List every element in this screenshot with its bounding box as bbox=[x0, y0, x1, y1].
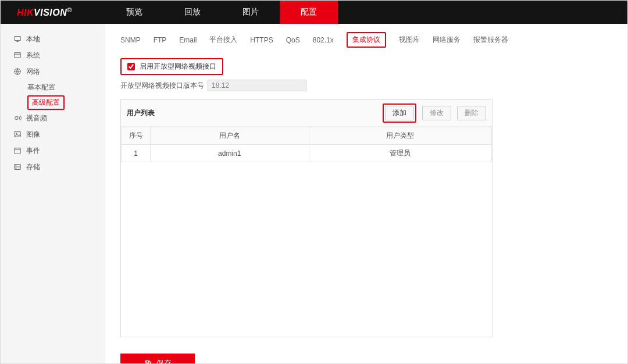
subtab-alarmserver[interactable]: 报警服务器 bbox=[473, 35, 508, 45]
userlist-empty-area bbox=[121, 162, 492, 337]
userlist-panel: 用户列表 添加 修改 删除 序号 用户名 用户类型 1adm bbox=[120, 99, 493, 337]
sidebar-item-storage[interactable]: 存储 bbox=[1, 159, 105, 175]
svg-rect-1 bbox=[15, 53, 21, 58]
system-icon bbox=[13, 51, 22, 59]
svg-point-8 bbox=[16, 165, 16, 166]
sidebar-item-label: 网络 bbox=[26, 67, 40, 77]
table-row[interactable]: 1admin1管理员 bbox=[122, 145, 492, 162]
subtab-platform[interactable]: 平台接入 bbox=[209, 35, 237, 45]
subtab-netservice[interactable]: 网络服务 bbox=[433, 35, 461, 45]
col-username: 用户名 bbox=[151, 127, 309, 145]
save-button[interactable]: 保存 bbox=[120, 354, 195, 363]
storage-icon bbox=[13, 163, 22, 171]
save-button-label: 保存 bbox=[156, 358, 172, 363]
cell-usertype: 管理员 bbox=[309, 145, 491, 162]
userlist-title: 用户列表 bbox=[127, 108, 155, 118]
sidebar-item-network[interactable]: 网络 bbox=[1, 63, 105, 80]
sidebar-sub-advanced-label: 高级配置 bbox=[27, 95, 65, 110]
delete-button[interactable]: 删除 bbox=[457, 106, 486, 120]
subtab-dot1x[interactable]: 802.1x bbox=[313, 36, 334, 44]
enable-onvif-label: 启用开放型网络视频接口 bbox=[140, 62, 216, 72]
cell-index: 1 bbox=[122, 145, 151, 162]
sidebar-item-image[interactable]: 图像 bbox=[1, 126, 105, 142]
sidebar: 本地 系统 网络 基本配置 高级配置 视音频 图 bbox=[1, 24, 105, 363]
userlist-table: 序号 用户名 用户类型 1admin1管理员 bbox=[121, 127, 492, 162]
subtab-integration[interactable]: 集成协议 bbox=[347, 32, 386, 48]
userlist-actions: 添加 修改 删除 bbox=[383, 104, 486, 123]
monitor-icon bbox=[13, 35, 22, 43]
onvif-version-row: 开放型网络视频接口版本号 bbox=[120, 80, 604, 91]
sidebar-item-label: 本地 bbox=[26, 34, 40, 44]
video-audio-icon bbox=[13, 114, 22, 122]
brand-registered: ® bbox=[67, 6, 72, 13]
save-bar: 保存 bbox=[120, 354, 604, 363]
svg-point-9 bbox=[16, 168, 16, 169]
onvif-version-label: 开放型网络视频接口版本号 bbox=[120, 81, 204, 91]
onvif-version-field bbox=[208, 80, 306, 91]
sidebar-item-video-audio[interactable]: 视音频 bbox=[1, 110, 105, 126]
brand-logo: HIKVISION® bbox=[1, 6, 105, 18]
add-button[interactable]: 添加 bbox=[385, 106, 414, 120]
brand-part2: VISION bbox=[34, 8, 67, 17]
add-button-highlight: 添加 bbox=[383, 104, 416, 123]
sidebar-item-system[interactable]: 系统 bbox=[1, 47, 105, 63]
cell-username: admin1 bbox=[151, 145, 309, 162]
topnav-config[interactable]: 配置 bbox=[280, 1, 338, 24]
svg-rect-0 bbox=[15, 37, 21, 41]
calendar-icon bbox=[13, 147, 22, 155]
sidebar-sub-advanced-config[interactable]: 高级配置 bbox=[1, 95, 105, 110]
subtab-qos[interactable]: QoS bbox=[286, 36, 300, 44]
brand-part1: HIK bbox=[17, 8, 34, 17]
sidebar-item-label: 系统 bbox=[26, 51, 40, 60]
subtab-ftp[interactable]: FTP bbox=[154, 36, 167, 44]
col-usertype: 用户类型 bbox=[309, 127, 491, 145]
svg-rect-6 bbox=[15, 148, 21, 154]
sidebar-item-label: 存储 bbox=[26, 162, 40, 172]
subtab-https[interactable]: HTTPS bbox=[250, 36, 273, 44]
subtab-snmp[interactable]: SNMP bbox=[120, 36, 141, 44]
sidebar-item-local[interactable]: 本地 bbox=[1, 31, 105, 47]
sidebar-sub-basic-config[interactable]: 基本配置 bbox=[1, 80, 105, 95]
topnav-picture[interactable]: 图片 bbox=[222, 1, 280, 24]
edit-button[interactable]: 修改 bbox=[422, 106, 451, 120]
content-area: SNMP FTP Email 平台接入 HTTPS QoS 802.1x 集成协… bbox=[105, 24, 627, 363]
save-icon bbox=[144, 359, 152, 363]
image-icon bbox=[13, 130, 22, 138]
svg-point-3 bbox=[15, 116, 18, 119]
topnav-playback[interactable]: 回放 bbox=[163, 1, 222, 24]
globe-icon bbox=[13, 67, 22, 76]
userlist-header: 用户列表 添加 修改 删除 bbox=[121, 100, 492, 127]
subtab-bar: SNMP FTP Email 平台接入 HTTPS QoS 802.1x 集成协… bbox=[120, 32, 604, 48]
sidebar-item-label: 图像 bbox=[26, 130, 40, 140]
sidebar-item-label: 事件 bbox=[26, 146, 40, 156]
top-bar: HIKVISION® 预览 回放 图片 配置 bbox=[1, 1, 627, 24]
sidebar-item-label: 视音频 bbox=[26, 113, 47, 123]
topnav-preview[interactable]: 预览 bbox=[105, 1, 163, 24]
enable-onvif-row: 启用开放型网络视频接口 bbox=[120, 58, 223, 75]
subtab-viewlib[interactable]: 视图库 bbox=[399, 35, 420, 45]
top-nav: 预览 回放 图片 配置 bbox=[105, 1, 338, 24]
sidebar-item-event[interactable]: 事件 bbox=[1, 142, 105, 159]
enable-onvif-checkbox[interactable] bbox=[127, 63, 135, 70]
subtab-email[interactable]: Email bbox=[179, 36, 197, 44]
col-index: 序号 bbox=[122, 127, 151, 145]
